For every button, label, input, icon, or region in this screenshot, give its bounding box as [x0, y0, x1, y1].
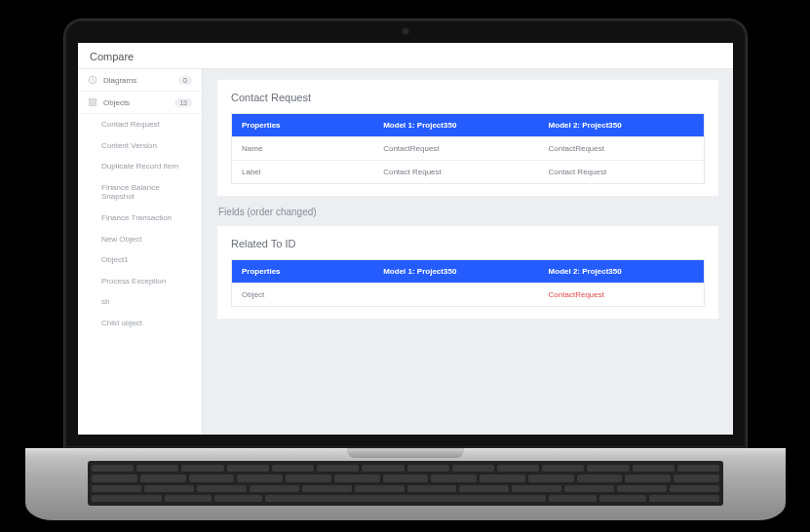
cell-prop: Label	[232, 161, 373, 183]
sidebar-item[interactable]: Content Version	[78, 135, 202, 157]
clock-icon	[88, 75, 97, 85]
cell-prop: Name	[232, 137, 373, 160]
th-model2: Model 2: Project350	[539, 260, 704, 283]
keyboard	[88, 461, 723, 506]
sidebar-section-label: Diagrams	[103, 76, 173, 85]
sidebar-item[interactable]: New Object	[78, 229, 202, 250]
table-header: Properties Model 1: Project350 Model 2: …	[232, 114, 704, 136]
panel-related-to-id: Related To ID Properties Model 1: Projec…	[216, 225, 719, 320]
sidebar-item[interactable]: Child object	[78, 313, 202, 334]
th-model1: Model 1: Project350	[373, 114, 538, 136]
page-title: Compare	[78, 43, 733, 69]
laptop-screen: Compare Diagrams 0 Objects	[78, 43, 733, 435]
sidebar-section-label: Objects	[103, 98, 169, 107]
app-root: Compare Diagrams 0 Objects	[78, 43, 733, 435]
sidebar-item[interactable]: Contact Request	[78, 114, 202, 135]
laptop-hinge	[347, 448, 464, 458]
sidebar-section-diagrams[interactable]: Diagrams 0	[78, 69, 202, 92]
th-properties: Properties	[232, 260, 373, 283]
sidebar: Diagrams 0 Objects 13 Contact Request Co…	[78, 69, 203, 435]
th-model2: Model 2: Project350	[539, 114, 704, 136]
cell-m2: ContactRequest	[539, 137, 704, 160]
panel-title: Related To ID	[231, 238, 705, 249]
count-badge: 0	[178, 76, 192, 85]
svg-rect-4	[94, 103, 96, 106]
cell-prop: Object	[232, 284, 373, 306]
sidebar-item[interactable]: Duplicate Record Item	[78, 156, 202, 177]
laptop-base	[25, 448, 786, 520]
camera-icon	[402, 27, 409, 35]
cell-m2: ContactRequest	[539, 284, 704, 306]
grid-icon	[88, 97, 97, 107]
count-badge: 13	[174, 98, 192, 107]
compare-table: Properties Model 1: Project350 Model 2: …	[231, 259, 705, 307]
sidebar-item[interactable]: Finance Balance Snapshot	[78, 177, 202, 208]
table-row: Object ContactRequest	[232, 283, 704, 306]
cell-m1: Contact Request	[373, 161, 538, 183]
svg-rect-1	[90, 99, 93, 102]
panel-title: Contact Request	[231, 92, 705, 103]
cell-m2: Contact Request	[539, 161, 704, 183]
compare-table: Properties Model 1: Project350 Model 2: …	[231, 113, 705, 184]
th-model1: Model 1: Project350	[373, 260, 538, 283]
sidebar-item[interactable]: Object1	[78, 249, 202, 271]
app-body: Diagrams 0 Objects 13 Contact Request Co…	[78, 69, 733, 435]
section-label-fields: Fields (order changed)	[218, 207, 719, 217]
sidebar-item[interactable]: Finance Transaction	[78, 208, 202, 229]
table-header: Properties Model 1: Project350 Model 2: …	[232, 260, 704, 283]
cell-m1: ContactRequest	[373, 137, 538, 160]
table-row: Label Contact Request Contact Request	[232, 160, 704, 183]
svg-rect-2	[94, 99, 96, 102]
laptop-frame: Compare Diagrams 0 Objects	[64, 19, 747, 448]
th-properties: Properties	[232, 114, 373, 136]
main-content: Contact Request Properties Model 1: Proj…	[203, 69, 733, 435]
sidebar-items: Contact Request Content Version Duplicat…	[78, 114, 202, 334]
svg-rect-3	[90, 103, 93, 106]
sidebar-item[interactable]: sb	[78, 291, 202, 313]
sidebar-section-objects[interactable]: Objects 13	[78, 92, 202, 114]
cell-m1	[373, 284, 538, 306]
table-row: Name ContactRequest ContactRequest	[232, 136, 704, 160]
sidebar-item[interactable]: Process Exception	[78, 271, 202, 292]
panel-contact-request: Contact Request Properties Model 1: Proj…	[216, 79, 719, 197]
